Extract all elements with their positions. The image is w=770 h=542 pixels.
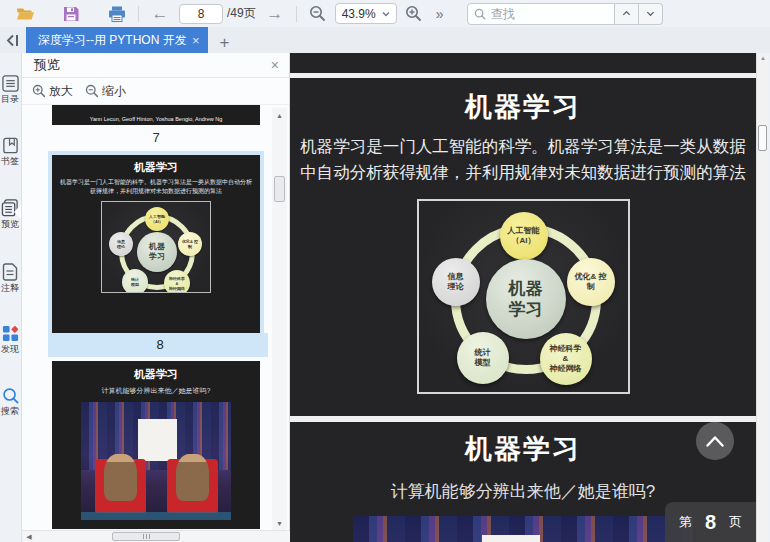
tv-screen-graphic (138, 419, 177, 461)
thumb8-body: 机器学习是一门人工智能的科学。机器学习算法是一类从数据中自动分析获得规律，并利用… (58, 178, 254, 196)
zoom-out-button[interactable] (305, 2, 331, 26)
sidebar-label-annotations: 注释 (0, 282, 22, 295)
preview-panel: 预览 × 放大 (22, 53, 290, 542)
printer-icon (108, 6, 126, 22)
chevron-down-icon (646, 9, 655, 18)
preview-panel-close-icon[interactable]: × (271, 57, 279, 73)
sidebar-item-annotations[interactable]: 注释 (0, 263, 22, 295)
horizontal-scroll-thumb[interactable] (112, 532, 180, 541)
document-view[interactable]: 机器学习 机器学习是一门人工智能的科学。机器学习算法是一类从数据中自动分析获得规… (290, 53, 756, 542)
document-scroll-thumb[interactable] (758, 125, 767, 151)
chevron-down-icon (382, 10, 390, 18)
page-number-input[interactable] (179, 4, 223, 24)
preview-panel-header: 预览 × (22, 53, 289, 78)
thumbnail-list: Yann Lecun, Geoff Hinton, Yoshua Bengio,… (22, 105, 290, 530)
find-next-button[interactable] (639, 3, 663, 25)
tv-screen-graphic (482, 535, 540, 542)
more-tools-button[interactable]: » (427, 2, 453, 26)
sidebar-label-toc: 目录 (0, 93, 22, 106)
zoom-in-label: 放大 (49, 83, 73, 100)
thumb8-page-label: 8 (52, 333, 268, 357)
thumb7-authors-text: Yann Lecun, Geoff Hinton, Yoshua Bengio,… (90, 116, 223, 125)
thumb8-diagram: 人工智能 （AI） 优化& 控 制 神经科学 & 神经网络 统计 模型 信息 理… (101, 201, 211, 293)
search-panel-icon (2, 387, 19, 404)
page-total-label: /49页 (227, 5, 256, 22)
diagram-node-information: 信息 理论 (432, 258, 480, 306)
diagram-node-neuroscience: 神经科学 & 神经网络 (540, 333, 592, 385)
arrow-left-icon: ← (152, 5, 169, 22)
diagram-node-neuroscience: 神经科学 & 神经网络 (164, 270, 190, 293)
page-indicator-suffix: 页 (729, 513, 742, 531)
diagram-node-information: 信息 理论 (109, 232, 133, 256)
thumb9-title: 机器学习 (52, 367, 260, 382)
search-icon (474, 8, 486, 20)
thumbnail-zoom-in-button[interactable]: 放大 (32, 83, 73, 100)
document-tab-active[interactable]: 深度学习--用 PYTHON 开发你 × (26, 27, 208, 53)
thumbnail-page-9[interactable]: 机器学习 计算机能够分辨出来他／她是谁吗? (52, 361, 260, 529)
thumbnail-horizontal-scrollbar[interactable]: ◀ ▶ (22, 530, 312, 542)
toolbar-separator (296, 6, 297, 22)
tab-close-icon[interactable]: × (192, 33, 200, 48)
sidebar-label-search: 搜索 (0, 405, 22, 418)
thumb8-title: 机器学习 (52, 160, 260, 175)
magnifier-minus-icon (85, 84, 99, 98)
thumbnail-page-8-selected[interactable]: 机器学习 机器学习是一门人工智能的科学。机器学习算法是一类从数据中自动分析获得规… (48, 151, 264, 357)
stage-floor-graphic (81, 512, 231, 520)
scroll-to-top-button[interactable] (696, 422, 734, 460)
slide9-subtitle: 计算机能够分辨出来他／她是谁吗? (290, 480, 756, 503)
sidebar-item-toc[interactable]: 目录 (0, 75, 22, 106)
magnifier-plus-icon (32, 84, 46, 98)
thumbnail-page-7[interactable]: Yann Lecun, Geoff Hinton, Yoshua Bengio,… (52, 105, 260, 125)
body-row: 目录 书签 预览 (0, 53, 770, 542)
next-page-button[interactable]: → (262, 2, 288, 26)
magnifier-minus-icon (309, 5, 326, 22)
zoom-level-dropdown[interactable]: 43.9% (335, 3, 397, 24)
zoom-in-button[interactable] (401, 2, 427, 26)
toc-icon (2, 75, 19, 92)
collapse-bar-icon (16, 35, 18, 46)
collapse-tabs-button[interactable] (0, 27, 26, 53)
person-left (104, 454, 137, 501)
slide9-title: 机器学习 (290, 431, 756, 467)
sidebar-item-bookmarks[interactable]: 书签 (0, 137, 22, 168)
find-previous-button[interactable] (615, 3, 639, 25)
sidebar-label-preview: 预览 (0, 218, 22, 231)
find-input[interactable] (491, 7, 601, 21)
sidebar-label-discover: 发现 (0, 343, 22, 356)
open-file-button[interactable] (12, 2, 38, 26)
open-folder-icon (16, 6, 35, 21)
sidebar-item-search[interactable]: 搜索 (0, 387, 22, 418)
page-indicator-number: 8 (705, 511, 716, 534)
previous-page-button[interactable]: ← (147, 2, 173, 26)
zoom-out-label: 缩小 (102, 83, 126, 100)
tab-bar: 深度学习--用 PYTHON 开发你 × + (0, 27, 770, 53)
scroll-up-arrow-icon[interactable]: ▲ (757, 55, 769, 61)
print-button[interactable] (104, 2, 130, 26)
slide8-title: 机器学习 (290, 89, 756, 125)
magnifier-plus-icon (405, 5, 422, 22)
diagram-node-statistics: 统计 模型 (122, 269, 148, 293)
discover-icon (2, 325, 19, 342)
zoom-level-value: 43.9% (342, 7, 376, 21)
slide8-diagram: 人工智能 （AI） 优化& 控 制 神经科学 & 神经网络 统计 模型 信息 理… (417, 199, 630, 394)
chevron-up-icon (622, 9, 631, 18)
preview-panel-title: 预览 (34, 56, 60, 74)
page-indicator: 第 8 页 (665, 502, 756, 542)
tab-title: 深度学习--用 PYTHON 开发你 (38, 32, 186, 49)
scroll-left-arrow-icon[interactable]: ◀ (22, 533, 36, 541)
sidebar-item-discover[interactable]: 发现 (0, 325, 22, 356)
save-floppy-icon (63, 6, 79, 22)
thumbnail-zoom-out-button[interactable]: 缩小 (85, 83, 126, 100)
diagram-node-optimization: 优化& 控 制 (567, 258, 615, 306)
scroll-up-arrow-icon[interactable]: ▲ (272, 108, 287, 122)
document-vertical-scrollbar[interactable]: ▲ (756, 53, 768, 542)
thumbnail-vertical-scrollbar[interactable]: ▲ ▼ (272, 108, 287, 530)
bookmark-icon (2, 137, 19, 154)
scroll-down-arrow-icon[interactable]: ▼ (272, 516, 287, 530)
thumb8-slide: 机器学习 机器学习是一门人工智能的科学。机器学习算法是一类从数据中自动分析获得规… (52, 155, 260, 333)
vertical-scroll-thumb[interactable] (274, 176, 285, 202)
new-tab-button[interactable]: + (208, 33, 242, 53)
find-box (467, 3, 615, 25)
sidebar-label-bookmarks: 书签 (0, 155, 22, 168)
save-button[interactable] (58, 2, 84, 26)
